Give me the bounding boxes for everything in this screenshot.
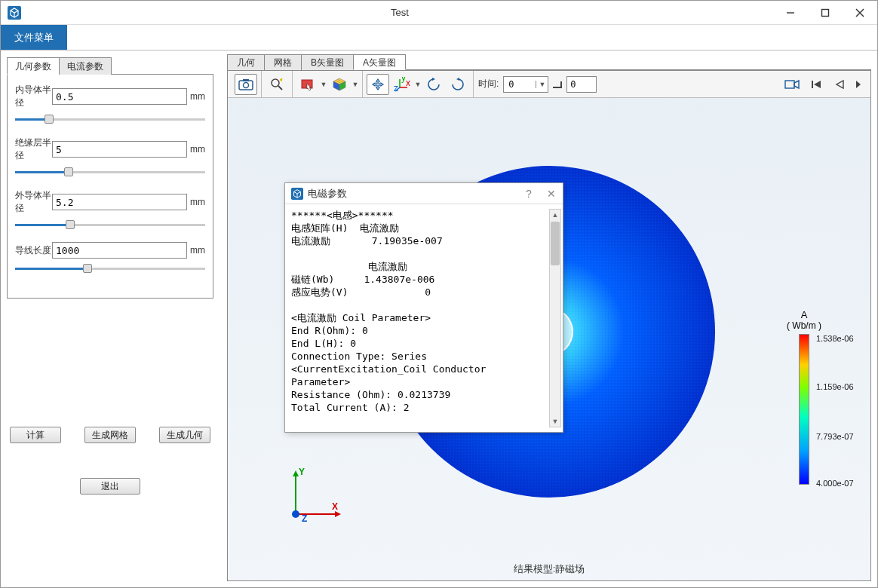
param-box: 内导体半径 mm 绝缘层半径 mm 外导体半径 <box>7 75 213 299</box>
input-insulation-radius[interactable] <box>52 141 187 158</box>
pan-icon[interactable] <box>367 74 389 95</box>
tab-b-vector[interactable]: B矢量图 <box>301 54 354 70</box>
svg-text:z: z <box>394 83 398 92</box>
slider-insulation-radius[interactable] <box>15 165 205 179</box>
row-wire-length: 导线长度 mm <box>15 242 205 259</box>
tab-a-vector[interactable]: A矢量图 <box>353 54 406 70</box>
svg-rect-7 <box>243 79 249 81</box>
minimize-button[interactable] <box>773 1 808 25</box>
label-outer-radius: 外导体半径 <box>15 189 52 215</box>
screenshot-icon[interactable] <box>235 74 257 95</box>
row-inner-radius: 内导体半径 mm <box>15 84 205 109</box>
colorbar-tick: 1.538e-06 <box>816 334 854 343</box>
close-button[interactable] <box>843 1 877 25</box>
unit-mm: mm <box>187 197 205 207</box>
exit-button[interactable]: 退出 <box>80 478 140 495</box>
tab-geometry[interactable]: 几何 <box>227 54 265 70</box>
skip-first-icon[interactable] <box>805 74 827 95</box>
axes-icon[interactable]: yxz <box>391 74 413 95</box>
chevron-down-icon[interactable]: ▼ <box>320 81 327 88</box>
app-icon <box>7 5 22 20</box>
generate-geometry-button[interactable]: 生成几何 <box>159 427 210 443</box>
chevron-down-icon[interactable]: ▼ <box>414 81 422 88</box>
maximize-button[interactable] <box>808 1 843 25</box>
viewer-frame: ▼ ▼ yxz ▼ 时间: 0 ▼ <box>227 70 871 581</box>
svg-point-8 <box>272 79 279 87</box>
compute-button[interactable]: 计算 <box>10 427 61 443</box>
colorbar-title1: A <box>781 309 827 320</box>
unit-mm: mm <box>187 245 205 256</box>
chevron-down-icon[interactable]: ▼ <box>352 81 359 88</box>
slider-inner-radius[interactable] <box>15 112 205 126</box>
axis-y-label: Y <box>299 467 305 477</box>
input-inner-radius[interactable] <box>52 88 187 105</box>
scroll-thumb[interactable] <box>551 222 560 265</box>
dialog-scrollbar[interactable]: ▲ ▼ <box>549 209 561 427</box>
colorbar-tick: 4.000e-07 <box>816 479 854 488</box>
action-buttons: 计算 生成网格 生成几何 <box>7 427 213 443</box>
svg-rect-26 <box>785 81 794 88</box>
unit-mm: mm <box>187 91 205 102</box>
window-buttons <box>773 1 877 25</box>
app-icon <box>291 188 303 200</box>
dialog-body: ******<电感>****** 电感矩阵(H) 电流激励 电流激励 7.190… <box>285 204 563 432</box>
svg-rect-28 <box>812 81 813 88</box>
content: 几何参数 电流参数 内导体半径 mm 绝缘层半径 mm <box>1 51 877 587</box>
param-tabs: 几何参数 电流参数 <box>7 57 213 75</box>
window-title: Test <box>26 7 773 18</box>
dialog-titlebar[interactable]: 电磁参数 ? ✕ <box>285 183 563 204</box>
em-params-dialog: 电磁参数 ? ✕ ******<电感>****** 电感矩阵(H) 电流激励 电… <box>284 182 563 433</box>
label-wire-length: 导线长度 <box>15 244 52 257</box>
row-outer-radius: 外导体半径 mm <box>15 189 205 215</box>
viewer-tabs: 几何 网格 B矢量图 A矢量图 <box>227 54 871 70</box>
tab-geom-params[interactable]: 几何参数 <box>7 57 60 75</box>
svg-marker-42 <box>335 511 341 517</box>
file-menu[interactable]: 文件菜单 <box>1 25 67 50</box>
dialog-title: 电磁参数 <box>308 187 517 201</box>
rotate-ccw-icon[interactable] <box>422 74 445 95</box>
generate-mesh-button[interactable]: 生成网格 <box>84 427 136 443</box>
viewer-body[interactable]: Y X Z A ( Wb/m ) 1.538e-06 <box>228 98 870 580</box>
main-window: Test 文件菜单 几何参数 电流参数 内导体半径 mm <box>0 0 878 588</box>
slider-wire-length[interactable] <box>15 262 205 275</box>
help-icon[interactable]: ? <box>517 188 540 200</box>
exit-row: 退出 <box>7 478 213 495</box>
rotate-cw-icon[interactable] <box>447 74 469 95</box>
time-input[interactable] <box>566 76 597 93</box>
svg-marker-31 <box>856 81 861 88</box>
colorbar-gradient <box>799 334 809 485</box>
axis-z-label: Z <box>302 513 307 524</box>
step-end-icon[interactable] <box>549 74 566 95</box>
svg-marker-29 <box>814 81 821 88</box>
axis-x-label: X <box>332 501 338 512</box>
titlebar: Test <box>1 1 877 25</box>
svg-marker-23 <box>456 78 459 81</box>
svg-marker-27 <box>794 81 799 88</box>
label-insulation-radius: 绝缘层半径 <box>15 136 52 162</box>
close-icon[interactable]: ✕ <box>540 188 563 200</box>
svg-text:x: x <box>406 78 410 88</box>
rubiks-cube-icon[interactable] <box>328 74 351 95</box>
slider-outer-radius[interactable] <box>15 218 205 231</box>
more-icon[interactable] <box>853 74 864 95</box>
svg-marker-40 <box>293 470 299 476</box>
result-label: 结果模型:静磁场 <box>228 562 870 576</box>
scroll-up-icon[interactable]: ▲ <box>550 210 560 220</box>
tab-mesh[interactable]: 网格 <box>264 54 302 70</box>
colorbar-tick: 7.793e-07 <box>816 432 854 441</box>
input-outer-radius[interactable] <box>52 194 187 210</box>
tab-current-params[interactable]: 电流参数 <box>59 57 112 75</box>
time-combo-value: 0 <box>504 79 536 90</box>
camera-record-icon[interactable] <box>781 74 803 95</box>
input-wire-length[interactable] <box>52 242 187 259</box>
svg-point-43 <box>292 510 299 518</box>
step-back-icon[interactable] <box>829 74 852 95</box>
selection-mode-icon[interactable] <box>296 74 319 95</box>
left-panel: 几何参数 电流参数 内导体半径 mm 绝缘层半径 mm <box>1 51 220 587</box>
svg-marker-30 <box>837 81 843 88</box>
svg-marker-22 <box>432 78 435 81</box>
time-combo[interactable]: 0 ▼ <box>503 76 548 93</box>
scroll-down-icon[interactable]: ▼ <box>550 416 560 427</box>
zoom-icon[interactable] <box>266 74 288 95</box>
menubar: 文件菜单 <box>1 25 877 51</box>
